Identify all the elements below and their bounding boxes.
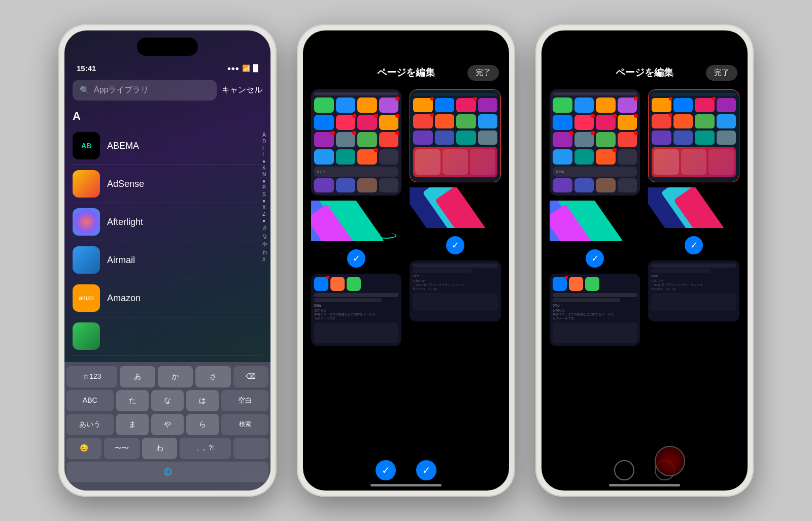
key-punctuation[interactable]: 、。?! xyxy=(180,438,230,459)
phone-3: ページを編集 完了 xyxy=(535,24,754,497)
key-space[interactable]: 空白 xyxy=(221,390,268,411)
key-123[interactable]: ☆123 xyxy=(66,366,117,387)
bottom-circle-2-container xyxy=(655,456,675,480)
page-col-2: ✓ 0/0e お知らせ 「00%: 前で下さいオアラン タスク 3 件の中の、5… xyxy=(410,89,501,443)
key-globe[interactable]: 🌐 xyxy=(66,462,268,482)
key-ta[interactable]: た xyxy=(116,390,149,411)
app-icon-adsense xyxy=(73,170,100,198)
phone-1: 15:41 ●●● 📶 ▉ 🔍 Appライブラリ キャンセル A xyxy=(58,24,277,497)
search-placeholder: Appライブラリ xyxy=(94,85,149,95)
done-button-3[interactable]: 完了 xyxy=(706,65,737,81)
page-edit-title-2: ページを編集 xyxy=(377,66,435,79)
key-emoji[interactable]: 😊 xyxy=(66,438,101,459)
dynamic-island-3 xyxy=(614,38,675,56)
app-item-adsense[interactable]: AdSense xyxy=(73,165,262,203)
key-a[interactable]: あ xyxy=(120,366,155,387)
keyboard-row-5: 🌐 xyxy=(66,462,268,482)
status-icons: ●●● 📶 ▉ xyxy=(227,64,258,72)
battery-icon: ▉ xyxy=(253,64,258,72)
page-col-3-1: 67% ✓ xyxy=(550,89,640,443)
app-name-airmail: Airmail xyxy=(107,255,135,266)
key-wa[interactable]: わ xyxy=(142,438,177,459)
home-indicator-3 xyxy=(609,484,680,486)
page-edit-header-2: ページを編集 完了 xyxy=(303,56,509,84)
phone-2: ページを編集 完了 xyxy=(297,24,515,497)
search-bar-row: 🔍 Appライブラリ キャンセル xyxy=(64,76,270,105)
keyboard[interactable]: ☆123 あ か さ ⌫ ABC た な は 空白 あいう ま や xyxy=(64,362,270,491)
page-col-3-2: ✓ 0/0e お知らせ 「00%: 前で下さいオアラン タスク 3 件の中の、5… xyxy=(648,89,739,443)
key-ya[interactable]: や xyxy=(151,414,184,435)
key-ra[interactable]: ら xyxy=(186,414,219,435)
page-check-3-1[interactable]: ✓ xyxy=(586,249,604,268)
app-name-afterlight: Afterlight xyxy=(107,217,143,227)
search-icon: 🔍 xyxy=(80,85,90,95)
app-icon-amazon: amzn xyxy=(73,284,100,312)
app-item-abema[interactable]: AB ABEMA xyxy=(73,127,262,165)
signal-icon: ●●● xyxy=(227,64,239,72)
key-backspace[interactable]: ⌫ xyxy=(233,366,268,387)
key-search[interactable]: 検索 xyxy=(221,414,268,435)
page-check-3-2[interactable]: ✓ xyxy=(685,236,703,254)
app-item-partial xyxy=(73,317,262,355)
done-button-2[interactable]: 完了 xyxy=(467,65,499,81)
index-bar[interactable]: A D F I ● K N ● P S ● X Z ● さ な や わ # xyxy=(262,132,267,263)
game-icon xyxy=(655,446,685,476)
bottom-check-2[interactable]: ✓ xyxy=(416,460,436,480)
key-na[interactable]: な xyxy=(151,390,184,411)
app-item-amazon[interactable]: amzn Amazon xyxy=(73,279,262,317)
key-abc[interactable]: ABC xyxy=(66,390,114,411)
pages-container-3: 67% ✓ xyxy=(542,84,748,448)
app-icon-airmail xyxy=(73,246,100,274)
home-indicator-2 xyxy=(370,484,442,486)
keyboard-row-2: ABC た な は 空白 xyxy=(66,390,268,411)
app-name-adsense: AdSense xyxy=(107,179,144,189)
app-icon-afterlight xyxy=(73,208,100,236)
keyboard-row-3: あいう ま や ら 検索 xyxy=(66,414,268,435)
keyboard-row-4: 😊 〜〜 わ 、。?! xyxy=(66,438,268,459)
keyboard-row-1: ☆123 あ か さ ⌫ xyxy=(66,366,268,387)
key-return[interactable] xyxy=(233,438,268,459)
page-edit-header-3: ページを編集 完了 xyxy=(542,56,748,84)
section-letter: A xyxy=(73,110,262,123)
app-icon-abema: AB xyxy=(73,132,100,159)
pages-container-2: 67% xyxy=(303,84,509,448)
wifi-icon: 📶 xyxy=(242,64,250,72)
key-sa[interactable]: さ xyxy=(195,366,230,387)
cancel-button[interactable]: キャンセル xyxy=(222,85,262,95)
app-item-afterlight[interactable]: Afterlight xyxy=(73,203,262,241)
status-bar-1: 15:41 ●●● 📶 ▉ xyxy=(64,56,270,76)
bottom-check-1[interactable]: ✓ xyxy=(376,460,396,480)
key-tilde[interactable]: 〜〜 xyxy=(104,438,139,459)
key-ka[interactable]: か xyxy=(158,366,193,387)
key-ha[interactable]: は xyxy=(186,390,219,411)
page-check-1[interactable]: ✓ xyxy=(347,249,365,268)
page-edit-title-3: ページを編集 xyxy=(616,66,673,79)
page-col-1: 67% xyxy=(311,89,401,443)
app-icon-partial xyxy=(73,322,100,350)
bottom-circle-1[interactable] xyxy=(614,460,634,480)
key-ma[interactable]: ま xyxy=(116,414,149,435)
dynamic-island-2 xyxy=(376,38,436,56)
app-item-airmail[interactable]: Airmail xyxy=(73,241,262,279)
page-check-2[interactable]: ✓ xyxy=(446,236,464,254)
search-bar[interactable]: 🔍 Appライブラリ xyxy=(73,80,217,101)
time-display: 15:41 xyxy=(77,64,96,73)
dynamic-island-1 xyxy=(137,38,198,56)
app-name-amazon: Amazon xyxy=(107,293,141,304)
key-aiueo[interactable]: あいう xyxy=(66,414,114,435)
app-name-abema: ABEMA xyxy=(107,141,139,151)
